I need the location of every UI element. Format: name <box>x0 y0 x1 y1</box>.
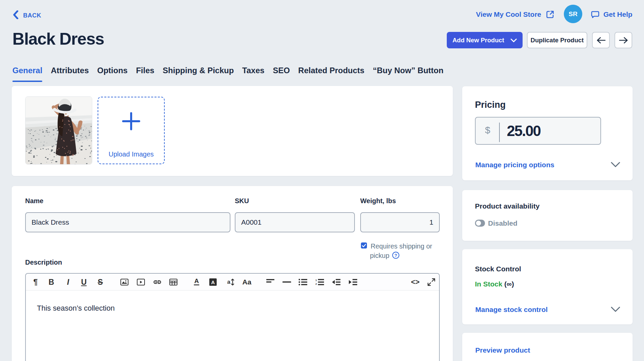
svg-text:a: a <box>227 279 230 285</box>
svg-text:A: A <box>194 278 199 284</box>
svg-text:?: ? <box>394 253 397 258</box>
svg-text:2: 2 <box>315 282 317 285</box>
svg-text:1: 1 <box>315 279 317 282</box>
svg-text:A: A <box>211 279 215 285</box>
